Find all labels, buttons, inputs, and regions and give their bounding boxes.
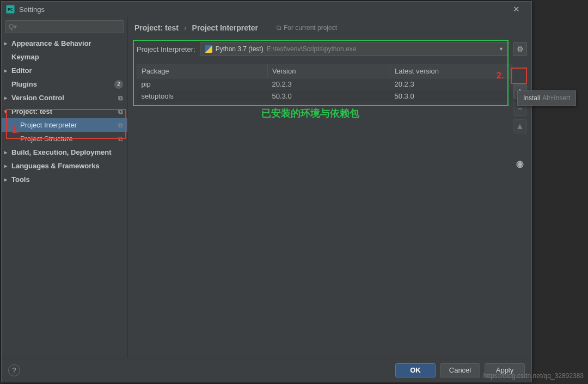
col-package[interactable]: Package xyxy=(137,64,268,78)
plugins-badge: 2 xyxy=(114,80,123,89)
cancel-button[interactable]: Cancel xyxy=(440,363,480,377)
up-arrow-icon: ▲ xyxy=(516,121,524,131)
breadcrumb-page: Project Interpreter xyxy=(192,23,258,32)
search-input[interactable] xyxy=(5,20,124,33)
sidebar-item-project-structure[interactable]: Project Structure ⧉ xyxy=(2,132,127,145)
project-scope-icon: ⧉ xyxy=(118,135,123,143)
titlebar: PC Settings ✕ xyxy=(2,2,531,17)
sidebar-item-project-interpreter[interactable]: Project Interpreter ⧉ xyxy=(2,118,127,132)
help-icon: ? xyxy=(12,366,16,375)
col-latest[interactable]: Latest version xyxy=(390,64,512,78)
col-version[interactable]: Version xyxy=(268,64,390,78)
project-scope-icon: ⧉ xyxy=(118,121,123,129)
interpreter-settings-button[interactable]: ⚙ xyxy=(513,42,527,56)
table-header-row: Package Version Latest version xyxy=(137,64,512,78)
window-title: Settings xyxy=(19,5,505,14)
upgrade-package-button[interactable]: ▲ xyxy=(513,119,527,133)
ok-button[interactable]: OK xyxy=(395,363,436,377)
interpreter-dropdown[interactable]: Python 3.7 (test) E:\test\venv\Scripts\p… xyxy=(200,42,509,56)
breadcrumb-sep: › xyxy=(184,23,187,32)
sidebar: Appearance & Behavior Keymap Editor Plug… xyxy=(2,17,128,358)
sidebar-item-plugins[interactable]: Plugins 2 xyxy=(2,77,127,91)
sidebar-item-editor[interactable]: Editor xyxy=(2,64,127,77)
settings-tree: Appearance & Behavior Keymap Editor Plug… xyxy=(2,36,127,358)
show-early-releases-button[interactable]: ◉ xyxy=(513,156,527,170)
sidebar-item-keymap[interactable]: Keymap xyxy=(2,50,127,64)
tooltip-shortcut: Alt+Insert xyxy=(542,94,570,102)
sidebar-item-version-control[interactable]: Version Control ⧉ xyxy=(2,91,127,105)
breadcrumb-hint: ⧉ For current project xyxy=(277,24,337,32)
settings-window: PC Settings ✕ Appearance & Behavior Keym… xyxy=(1,1,532,382)
breadcrumb: Project: test › Project Interpreter ⧉ Fo… xyxy=(132,21,531,39)
table-row[interactable]: pip 20.2.3 20.2.3 xyxy=(137,78,512,90)
interpreter-label: Project Interpreter: xyxy=(137,45,195,53)
project-scope-icon: ⧉ xyxy=(118,108,123,115)
breadcrumb-project: Project: test xyxy=(134,23,179,32)
table-row[interactable]: setuptools 50.3.0 50.3.0 xyxy=(137,90,512,102)
project-scope-icon: ⧉ xyxy=(118,94,123,102)
tooltip-label: Install xyxy=(523,94,540,102)
sidebar-item-project[interactable]: Project: test ⧉ xyxy=(2,105,127,118)
sidebar-item-appearance[interactable]: Appearance & Behavior xyxy=(2,36,127,50)
interpreter-name: Python 3.7 (test) xyxy=(216,45,264,53)
close-button[interactable]: ✕ xyxy=(505,4,527,14)
apply-button[interactable]: Apply xyxy=(485,363,525,377)
main-panel: Project: test › Project Interpreter ⧉ Fo… xyxy=(128,17,531,358)
sidebar-item-languages[interactable]: Languages & Frameworks xyxy=(2,159,127,173)
dialog-footer: ? OK Cancel Apply xyxy=(2,358,531,382)
sidebar-item-build[interactable]: Build, Execution, Deployment xyxy=(2,145,127,159)
eye-icon: ◉ xyxy=(516,159,524,169)
chevron-down-icon: ▼ xyxy=(499,46,504,52)
interpreter-path: E:\test\venv\Scripts\python.exe xyxy=(267,45,357,53)
help-button[interactable]: ? xyxy=(8,364,20,376)
install-tooltip: InstallAlt+Insert xyxy=(517,90,576,106)
packages-table: Package Version Latest version pip 20.2.… xyxy=(137,64,512,102)
python-icon xyxy=(205,45,212,53)
sidebar-item-tools[interactable]: Tools xyxy=(2,173,127,186)
gear-icon: ⚙ xyxy=(517,45,524,53)
project-scope-icon: ⧉ xyxy=(277,24,281,32)
pycharm-icon: PC xyxy=(6,5,15,14)
